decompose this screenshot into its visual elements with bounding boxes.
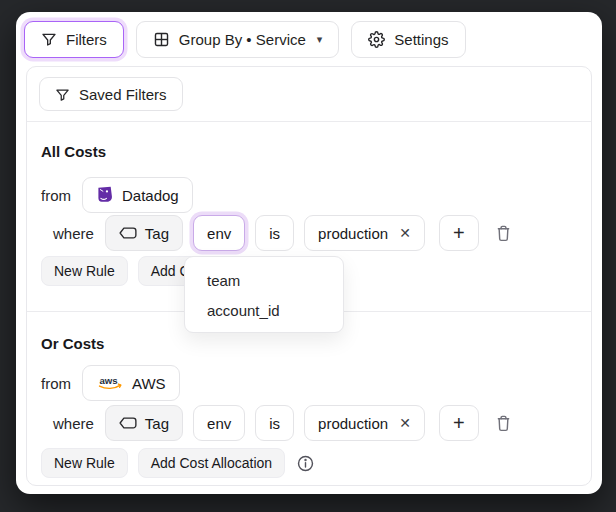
settings-button-label: Settings (394, 31, 448, 48)
from-label: from (41, 187, 71, 204)
add-condition-button[interactable]: + (439, 405, 479, 441)
filters-button-label: Filters (66, 31, 107, 48)
aws-logo-icon: aws (96, 374, 124, 392)
settings-button[interactable]: Settings (351, 21, 465, 58)
operator-button[interactable]: is (255, 215, 294, 251)
close-icon[interactable]: ✕ (399, 415, 411, 431)
tag-type-label: Tag (145, 415, 169, 432)
dropdown-item-account-id[interactable]: account_id (185, 296, 343, 326)
saved-filters-label: Saved Filters (79, 86, 167, 103)
datadog-logo-icon (96, 186, 114, 204)
where-row: where Tag env is production ✕ + (53, 215, 513, 251)
tag-key-button[interactable]: env (193, 215, 245, 251)
trash-icon[interactable] (494, 224, 513, 243)
chevron-down-icon: ▾ (317, 33, 323, 46)
provider-label: AWS (132, 375, 166, 392)
tag-value-button[interactable]: production ✕ (304, 215, 425, 251)
provider-button-aws[interactable]: aws AWS (82, 365, 180, 401)
toolbar: Filters Group By • Service ▾ Settings (24, 20, 594, 58)
new-rule-button[interactable]: New Rule (41, 448, 128, 478)
funnel-icon (55, 87, 70, 102)
close-icon[interactable]: ✕ (399, 225, 411, 241)
provider-label: Datadog (122, 187, 179, 204)
add-condition-button[interactable]: + (439, 215, 479, 251)
filters-button[interactable]: Filters (24, 21, 124, 58)
tag-key-label: env (207, 225, 231, 242)
tag-icon (119, 416, 137, 430)
tag-key-button[interactable]: env (193, 405, 245, 441)
rule-actions-row: New Rule Add Cost Allocation (41, 448, 315, 478)
grid-icon (153, 31, 170, 48)
new-rule-button[interactable]: New Rule (41, 256, 128, 286)
saved-filters-button[interactable]: Saved Filters (39, 77, 183, 111)
tag-value-button[interactable]: production ✕ (304, 405, 425, 441)
section-title-or-costs: Or Costs (41, 335, 104, 352)
dropdown-item-team[interactable]: team (185, 266, 343, 296)
provider-button-datadog[interactable]: Datadog (82, 177, 193, 213)
operator-label: is (269, 225, 280, 242)
operator-label: is (269, 415, 280, 432)
group-by-button[interactable]: Group By • Service ▾ (136, 21, 340, 58)
tag-key-dropdown: team account_id (184, 256, 344, 333)
group-by-button-label: Group By • Service (179, 31, 306, 48)
tag-type-label: Tag (145, 225, 169, 242)
from-row: from aws AWS (41, 365, 180, 401)
filters-panel: Saved Filters All Costs from Datadog whe… (26, 66, 592, 486)
operator-button[interactable]: is (255, 405, 294, 441)
trash-icon[interactable] (494, 414, 513, 433)
section-title-all-costs: All Costs (41, 143, 106, 160)
funnel-icon (41, 31, 57, 47)
add-cost-allocation-button[interactable]: Add Cost Allocation (138, 448, 285, 478)
tag-icon (119, 226, 137, 240)
tag-value-label: production (318, 415, 388, 432)
from-row: from Datadog (41, 177, 193, 213)
divider (27, 121, 591, 122)
tag-key-label: env (207, 415, 231, 432)
from-label: from (41, 375, 71, 392)
gear-icon (368, 31, 385, 48)
info-icon[interactable] (296, 454, 315, 473)
tag-type-button[interactable]: Tag (105, 215, 183, 251)
tag-type-button[interactable]: Tag (105, 405, 183, 441)
tag-value-label: production (318, 225, 388, 242)
where-row: where Tag env is production ✕ + (53, 405, 513, 441)
where-label: where (53, 415, 94, 432)
filters-window: Filters Group By • Service ▾ Settings Sa… (16, 12, 602, 494)
aws-logo-text: aws (100, 375, 118, 386)
where-label: where (53, 225, 94, 242)
